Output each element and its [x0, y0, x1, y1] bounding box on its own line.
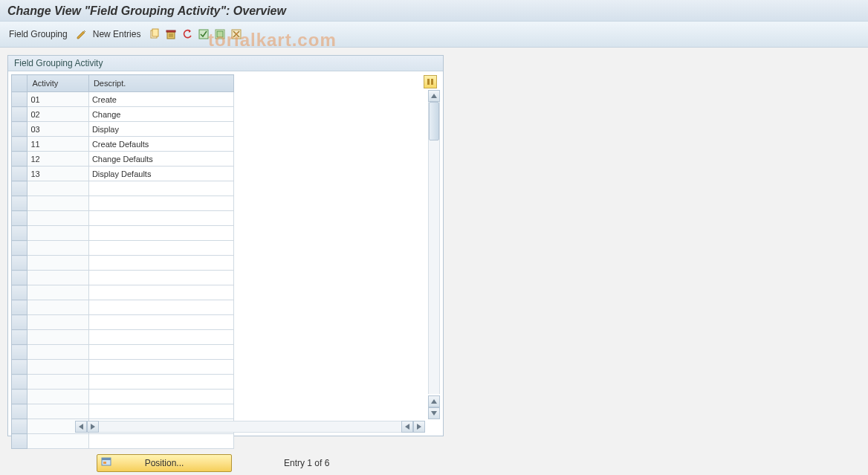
table-row-empty[interactable]: [12, 211, 234, 226]
descript-cell[interactable]: Create: [88, 92, 233, 107]
row-selector[interactable]: [12, 196, 27, 211]
activity-cell[interactable]: 12: [27, 152, 89, 167]
activity-cell[interactable]: 11: [27, 137, 89, 152]
activity-cell[interactable]: [27, 390, 89, 404]
descript-cell[interactable]: [88, 256, 233, 271]
undo-icon[interactable]: [181, 28, 194, 41]
activity-cell[interactable]: [27, 404, 89, 419]
scroll-track[interactable]: [428, 102, 440, 394]
col-activity[interactable]: Activity: [27, 75, 89, 92]
scroll-left-icon[interactable]: [75, 421, 87, 433]
activity-cell[interactable]: [27, 375, 89, 390]
table-row[interactable]: 12Change Defaults: [12, 152, 234, 167]
activity-cell[interactable]: 03: [27, 122, 89, 137]
row-selector[interactable]: [12, 211, 27, 226]
descript-cell[interactable]: [88, 196, 233, 211]
descript-cell[interactable]: [88, 345, 233, 360]
table-row[interactable]: 13Display Defaults: [12, 167, 234, 181]
table-row-empty[interactable]: [12, 434, 234, 449]
descript-cell[interactable]: Change: [88, 107, 233, 122]
activity-cell[interactable]: [27, 256, 89, 271]
activity-cell[interactable]: [27, 211, 89, 226]
descript-cell[interactable]: [88, 285, 233, 300]
row-selector[interactable]: [12, 285, 27, 300]
scroll-right-icon[interactable]: [413, 421, 425, 433]
field-grouping-button[interactable]: Field Grouping: [6, 29, 74, 39]
activity-cell[interactable]: [27, 285, 89, 300]
row-selector[interactable]: [12, 375, 27, 390]
scroll-up-icon[interactable]: [428, 90, 440, 102]
activity-cell[interactable]: 01: [27, 92, 89, 107]
row-selector[interactable]: [12, 345, 27, 360]
table-row-empty[interactable]: [12, 226, 234, 241]
row-selector[interactable]: [12, 434, 27, 449]
scroll-down-icon[interactable]: [428, 407, 440, 419]
table-row[interactable]: 03Display: [12, 122, 234, 137]
row-selector[interactable]: [12, 152, 27, 167]
table-row-empty[interactable]: [12, 375, 234, 390]
table-row[interactable]: 01Create: [12, 92, 234, 107]
row-selector[interactable]: [12, 241, 27, 256]
descript-cell[interactable]: [88, 404, 233, 419]
row-selector[interactable]: [12, 122, 27, 137]
row-selector[interactable]: [12, 167, 27, 181]
descript-cell[interactable]: [88, 330, 233, 345]
activity-cell[interactable]: [27, 241, 89, 256]
row-selector[interactable]: [12, 107, 27, 122]
table-row[interactable]: 02Change: [12, 107, 234, 122]
scroll-right-step-icon[interactable]: [401, 421, 413, 433]
pencil-ruler-icon[interactable]: [75, 28, 88, 41]
delete-icon[interactable]: [164, 28, 178, 41]
descript-cell[interactable]: Create Defaults: [88, 137, 233, 152]
descript-cell[interactable]: [88, 271, 233, 285]
descript-cell[interactable]: [88, 300, 233, 315]
new-entries-button[interactable]: New Entries: [90, 29, 147, 39]
activity-cell[interactable]: 13: [27, 167, 89, 181]
activity-cell[interactable]: 02: [27, 107, 89, 122]
scroll-page-up-icon[interactable]: [428, 395, 440, 407]
descript-cell[interactable]: [88, 360, 233, 375]
table-row-empty[interactable]: [12, 390, 234, 404]
activity-cell[interactable]: [27, 360, 89, 375]
row-selector[interactable]: [12, 181, 27, 196]
table-row-empty[interactable]: [12, 196, 234, 211]
table-row-empty[interactable]: [12, 241, 234, 256]
hscroll-track[interactable]: [99, 421, 401, 433]
descript-cell[interactable]: [88, 375, 233, 390]
descript-cell[interactable]: [88, 181, 233, 196]
deselect-all-icon[interactable]: [230, 28, 243, 41]
activity-cell[interactable]: [27, 271, 89, 285]
descript-cell[interactable]: [88, 315, 233, 330]
table-row-empty[interactable]: [12, 360, 234, 375]
activity-cell[interactable]: [27, 226, 89, 241]
activity-cell[interactable]: [27, 315, 89, 330]
scroll-left-step-icon[interactable]: [87, 421, 99, 433]
row-selector[interactable]: [12, 419, 27, 434]
table-row[interactable]: 11Create Defaults: [12, 137, 234, 152]
activity-cell[interactable]: [27, 345, 89, 360]
row-selector[interactable]: [12, 137, 27, 152]
table-row-empty[interactable]: [12, 404, 234, 419]
table-row-empty[interactable]: [12, 345, 234, 360]
select-block-icon[interactable]: [213, 28, 227, 41]
descript-cell[interactable]: [88, 390, 233, 404]
table-row-empty[interactable]: [12, 256, 234, 271]
row-selector[interactable]: [12, 226, 27, 241]
col-descript[interactable]: Descript.: [88, 75, 233, 92]
row-selector[interactable]: [12, 256, 27, 271]
row-selector[interactable]: [12, 404, 27, 419]
table-row-empty[interactable]: [12, 271, 234, 285]
activity-cell[interactable]: [27, 300, 89, 315]
table-row-empty[interactable]: [12, 330, 234, 345]
activity-cell[interactable]: [27, 330, 89, 345]
row-selector[interactable]: [12, 92, 27, 107]
row-selector[interactable]: [12, 300, 27, 315]
descript-cell[interactable]: [88, 434, 233, 449]
position-button[interactable]: Position...: [97, 454, 232, 472]
descript-cell[interactable]: Change Defaults: [88, 152, 233, 167]
activity-cell[interactable]: [27, 434, 89, 449]
row-selector[interactable]: [12, 360, 27, 375]
activity-cell[interactable]: [27, 196, 89, 211]
descript-cell[interactable]: Display Defaults: [88, 167, 233, 181]
table-row-empty[interactable]: [12, 315, 234, 330]
